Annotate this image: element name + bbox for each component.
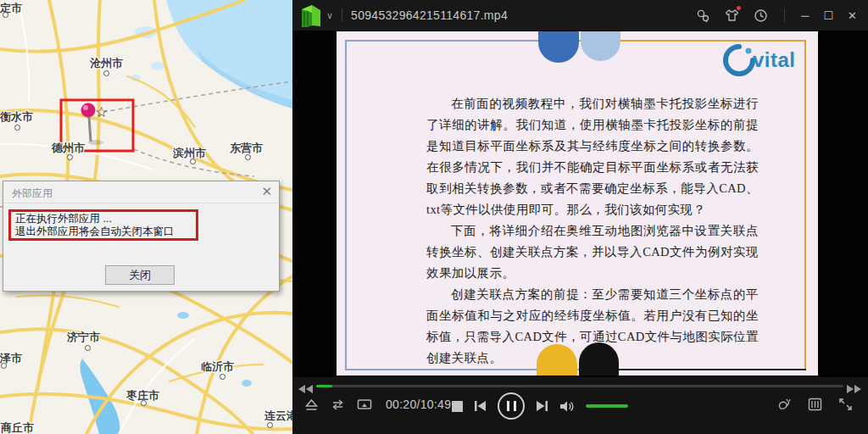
- slide-frame: [345, 40, 347, 370]
- city-label: 衡水市: [0, 109, 33, 125]
- player-controlbar: 00:20/10:49: [292, 377, 868, 434]
- dialog-message-line2: 退出外部应用将会自动关闭本窗口: [15, 225, 192, 238]
- close-button[interactable]: ✕: [848, 9, 857, 22]
- seek-forward-icon[interactable]: [846, 381, 861, 397]
- progress-fill: [316, 385, 332, 387]
- slide-paragraph: 在前面的视频教程中，我们对横轴墨卡托投影坐标进行了详细的讲解。我们知道，使用横轴…: [426, 93, 759, 220]
- volume-icon[interactable]: [559, 400, 575, 413]
- volume-slider[interactable]: [586, 404, 628, 408]
- player-titlebar[interactable]: ∨ 5094532964215114617.mp4: [292, 0, 868, 31]
- external-app-dialog: 外部应用 ✕ 正在执行外部应用 ... 退出外部应用将会自动关闭本窗口 关闭: [3, 181, 280, 292]
- city-dot: [1, 363, 7, 369]
- city-label: 滨州市: [173, 146, 206, 161]
- playlist-grid-icon[interactable]: [808, 398, 822, 411]
- decor-circle-lightblue: [581, 31, 620, 61]
- slow-speed-snail-icon[interactable]: [777, 398, 792, 411]
- dialog-close-button[interactable]: 关闭: [105, 265, 175, 285]
- slide-content: vital 在前面的视频教程中，我们对横轴墨卡托投影坐标进行了详细的讲解。我们知…: [337, 31, 818, 376]
- city-dot: [267, 422, 273, 428]
- notification-dot: [737, 6, 741, 10]
- share-link-icon[interactable]: [696, 8, 710, 23]
- titlebar-divider: [342, 8, 342, 22]
- slide-paragraph: 创建关联点方案的前提：至少需要知道三个坐标点的平面坐标值和与之对应的经纬度坐标值…: [426, 284, 759, 369]
- ovital-logo-text: vital: [753, 48, 796, 72]
- video-title: 5094532964215114617.mp4: [351, 8, 508, 22]
- stop-icon[interactable]: [452, 401, 463, 412]
- city-dot: [103, 70, 109, 76]
- video-area[interactable]: vital 在前面的视频教程中，我们对横轴墨卡托投影坐标进行了详细的讲解。我们知…: [292, 31, 868, 377]
- star-icon: ☆: [95, 103, 108, 120]
- dialog-message-line1: 正在执行外部应用 ...: [15, 213, 192, 225]
- minimize-button[interactable]: ─: [801, 9, 809, 22]
- dialog-message-highlight: 正在执行外部应用 ... 退出外部应用将会自动关闭本窗口: [8, 209, 198, 241]
- city-dot: [3, 12, 8, 18]
- city-label: 沧州市: [90, 56, 123, 71]
- city-dot: [67, 154, 73, 160]
- maximize-button[interactable]: ☐: [823, 9, 833, 22]
- city-dot: [141, 400, 147, 406]
- titlebar-divider: [784, 8, 785, 22]
- city-label: 济宁市: [67, 330, 100, 345]
- time-display: 00:20/10:49: [386, 398, 451, 411]
- fullscreen-icon[interactable]: [838, 398, 853, 411]
- city-label: 商丘市: [1, 420, 34, 434]
- player-logo-icon[interactable]: [300, 3, 322, 27]
- dialog-close-icon[interactable]: ✕: [261, 185, 272, 198]
- skin-theme-icon[interactable]: [725, 8, 739, 23]
- cast-screen-icon[interactable]: [357, 398, 372, 411]
- screen: ☆ 定市沧州市衡水市德州市滨州市东营市济宁市泽市临沂市枣庄市商丘市连云港 外部应…: [0, 0, 868, 434]
- slide-paragraph: 下面，将详细介绍在奥维互动地图浏览器中设置关联点转换坐标、创建关联点方案，并以导…: [426, 220, 759, 284]
- chevron-down-icon[interactable]: ∨: [326, 10, 333, 21]
- slide-paragraphs: 在前面的视频教程中，我们对横轴墨卡托投影坐标进行了详细的讲解。我们知道，使用横轴…: [426, 93, 759, 369]
- city-dot: [190, 159, 196, 164]
- progress-bar[interactable]: [316, 385, 843, 387]
- slide-frame: [804, 40, 806, 370]
- decor-circle-darkblue: [538, 31, 579, 63]
- video-player: ∨ 5094532964215114617.mp4: [292, 0, 868, 434]
- repeat-icon[interactable]: [330, 398, 346, 411]
- city-dot: [85, 345, 91, 351]
- seek-backward-icon[interactable]: [298, 381, 314, 397]
- ovital-o-icon: [722, 43, 756, 77]
- dialog-titlebar[interactable]: 外部应用 ✕: [3, 181, 279, 203]
- previous-icon[interactable]: [474, 400, 487, 412]
- ovital-logo: vital: [722, 43, 796, 77]
- city-dot: [245, 154, 251, 160]
- city-dot: [14, 125, 20, 131]
- history-clock-icon[interactable]: [754, 8, 768, 23]
- dialog-title: 外部应用: [12, 186, 53, 201]
- next-icon[interactable]: [536, 400, 548, 412]
- eject-icon[interactable]: [304, 398, 319, 411]
- pause-button[interactable]: [498, 392, 525, 420]
- city-label: 临沂市: [201, 359, 234, 375]
- city-dot: [220, 374, 225, 380]
- map-panel[interactable]: ☆ 定市沧州市衡水市德州市滨州市东营市济宁市泽市临沂市枣庄市商丘市连云港 外部应…: [0, 0, 292, 434]
